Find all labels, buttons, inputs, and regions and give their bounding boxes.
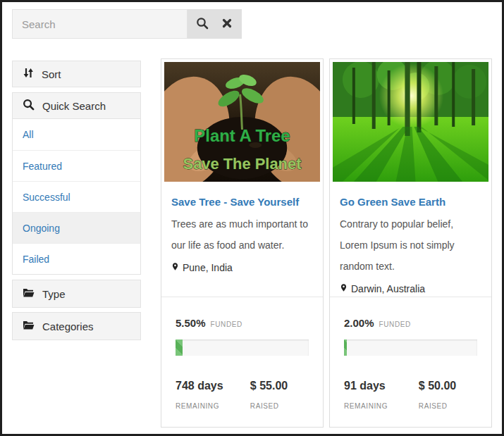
location-text: Darwin, Australia: [351, 283, 425, 294]
location-pin-icon: [340, 282, 348, 295]
folder-icon: [23, 320, 35, 332]
campaign-description: Trees are as much important to our life …: [171, 213, 313, 256]
raised-label: RAISED: [419, 402, 477, 410]
campaign-title[interactable]: Go Green Save Earth: [340, 196, 481, 208]
days-remaining-value: 91 days: [344, 380, 386, 392]
funded-label: FUNDED: [211, 320, 242, 328]
funded-label: FUNDED: [379, 320, 411, 328]
search-bar: [12, 9, 242, 39]
card-body: Save Tree - Save Yourself Trees are as m…: [161, 185, 323, 297]
quick-search-panel: Quick Search All Featured Successful Ong…: [12, 92, 141, 275]
folder-icon: [23, 287, 35, 300]
sort-icon: [23, 67, 34, 81]
progress-bar: [344, 340, 477, 356]
funded-row: 5.50% FUNDED: [176, 317, 309, 329]
progress-bar: [176, 340, 309, 356]
raised-label: RAISED: [250, 402, 309, 410]
quick-search-filter-list: All Featured Successful Ongoing Failed: [12, 119, 141, 275]
search-icon: [23, 99, 35, 113]
funded-percent: 2.00%: [344, 317, 374, 329]
quick-search-label: Quick Search: [42, 100, 106, 112]
card-stats: 5.50% FUNDED 748 days REMAINING $ 55.00 …: [161, 297, 323, 410]
filter-successful[interactable]: Successful: [13, 181, 140, 212]
campaign-listing-page: Sort Quick Search All Featured Successfu…: [0, 0, 504, 436]
campaign-image-plant-a-tree[interactable]: Plant A Tree Save The Planet: [164, 62, 320, 182]
campaign-location: Darwin, Australia: [340, 282, 481, 295]
funded-row: 2.00% FUNDED: [344, 317, 477, 329]
card-stats: 2.00% FUNDED 91 days REMAINING $ 50.00 R…: [330, 297, 491, 410]
campaign-description: Contrary to popular belief, Lorem Ipsum …: [340, 213, 481, 277]
raised-value: $ 55.00: [250, 380, 288, 392]
location-pin-icon: [171, 261, 179, 274]
filter-ongoing[interactable]: Ongoing: [13, 212, 140, 243]
remaining-label: REMAINING: [176, 402, 250, 410]
campaign-card-save-tree: Plant A Tree Save The Planet Save Tree -…: [161, 58, 324, 428]
campaign-card-go-green: Go Green Save Earth Contrary to popular …: [329, 58, 492, 428]
search-input[interactable]: [12, 9, 188, 39]
raised-stat: $ 50.00 RAISED: [419, 380, 477, 410]
campaign-title[interactable]: Save Tree - Save Yourself: [171, 196, 313, 208]
close-icon: [222, 18, 232, 30]
clear-search-button[interactable]: [218, 15, 236, 33]
campaign-location: Pune, India: [171, 261, 313, 274]
filter-failed[interactable]: Failed: [13, 243, 140, 274]
campaign-list: Plant A Tree Save The Planet Save Tree -…: [161, 58, 492, 428]
sort-label: Sort: [42, 68, 61, 80]
categories-header[interactable]: Categories: [12, 312, 141, 340]
sort-header[interactable]: Sort: [12, 61, 141, 87]
search-icon: [196, 17, 209, 32]
days-remaining-stat: 91 days REMAINING: [344, 380, 419, 410]
search-button[interactable]: [193, 15, 211, 33]
image-caption-line2: Save The Planet: [183, 155, 302, 173]
filter-all[interactable]: All: [13, 119, 140, 150]
type-header[interactable]: Type: [12, 280, 141, 308]
days-remaining-value: 748 days: [176, 380, 223, 392]
days-remaining-stat: 748 days REMAINING: [176, 380, 250, 410]
search-actions: [188, 9, 242, 39]
card-body: Go Green Save Earth Contrary to popular …: [330, 185, 491, 297]
filter-featured[interactable]: Featured: [13, 150, 140, 181]
campaign-image-green-forest[interactable]: [333, 62, 488, 182]
image-caption-line1: Plant A Tree: [194, 126, 290, 145]
stat-row: 91 days REMAINING $ 50.00 RAISED: [344, 380, 477, 410]
funded-percent: 5.50%: [176, 317, 206, 329]
raised-value: $ 50.00: [419, 380, 456, 392]
remaining-label: REMAINING: [344, 402, 419, 410]
categories-label: Categories: [42, 320, 94, 332]
sidebar: Sort Quick Search All Featured Successfu…: [12, 61, 141, 340]
type-label: Type: [42, 288, 66, 300]
quick-search-header[interactable]: Quick Search: [12, 92, 141, 119]
progress-fill: [344, 340, 347, 356]
raised-stat: $ 55.00 RAISED: [250, 380, 309, 410]
location-text: Pune, India: [183, 262, 233, 273]
stat-row: 748 days REMAINING $ 55.00 RAISED: [176, 380, 309, 410]
progress-fill: [176, 340, 183, 356]
